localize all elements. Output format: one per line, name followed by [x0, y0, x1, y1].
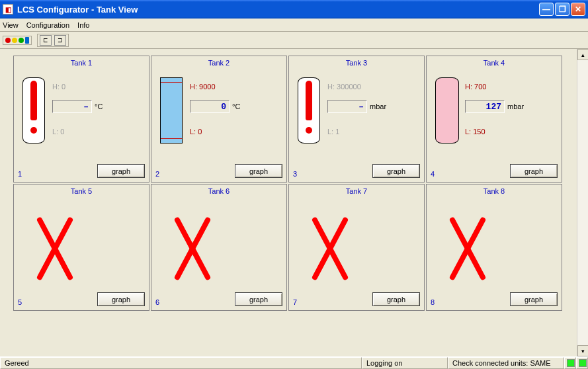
close-button[interactable]: ✕: [571, 3, 585, 16]
graph-button[interactable]: graph: [510, 164, 558, 178]
tank-cell: Tank 55graph: [13, 184, 149, 311]
lo-reading: L: 0: [52, 128, 144, 136]
value-readout: 0: [190, 100, 230, 113]
hi-reading: H: 0: [52, 83, 144, 91]
lo-reading: L: 150: [465, 128, 556, 136]
tank-number: 7: [293, 298, 297, 306]
status-right: Check connected units: SAME: [448, 357, 564, 369]
red-dot-icon: [5, 38, 11, 43]
tank-name: Tank 2: [151, 59, 286, 67]
tank-pill-icon: [435, 77, 459, 144]
menu-info[interactable]: Info: [77, 21, 89, 29]
tank-rect-icon: [160, 77, 183, 144]
status-led-1: [564, 357, 576, 369]
scroll-up-button[interactable]: ▴: [577, 49, 588, 60]
status-bar: Gereed Logging on Check connected units:…: [0, 356, 588, 369]
app-icon: ◧: [3, 4, 13, 15]
tank-name: Tank 1: [14, 59, 149, 67]
tank-grid: Tank 1H: 0–°CL: 01graphTank 2H: 90000°CL…: [13, 56, 570, 311]
tank-number: 5: [18, 298, 22, 306]
tank-cell: Tank 66graph: [151, 184, 287, 311]
tank-cell: Tank 2H: 90000°CL: 02graph: [151, 56, 287, 183]
maximize-button[interactable]: ❐: [555, 3, 569, 16]
tank-number: 8: [431, 298, 435, 306]
vertical-scrollbar[interactable]: ▴ ▾: [577, 49, 588, 356]
tank-visual: [433, 71, 460, 150]
graph-button[interactable]: graph: [372, 164, 420, 178]
hi-reading: H: 9000: [190, 83, 281, 91]
green-dot-icon: [19, 38, 24, 43]
unit-label: mbar: [507, 102, 524, 110]
hi-reading: H: 300000: [327, 83, 419, 91]
minimize-button[interactable]: —: [539, 3, 554, 16]
tank-visual: [296, 71, 322, 150]
tank-visual: [158, 71, 185, 150]
value-readout: –: [52, 100, 92, 113]
blue-bar-icon: [25, 37, 29, 44]
toolbar-layout-group: ⊏ ⊐: [37, 34, 69, 47]
graph-button[interactable]: graph: [235, 164, 282, 178]
exclamation-icon: [305, 81, 313, 134]
value-readout: –: [327, 100, 367, 113]
tank-number: 1: [18, 170, 22, 178]
graph-button[interactable]: graph: [97, 164, 145, 178]
tank-body: H: 700127mbarL: 150: [427, 67, 562, 161]
window-controls: — ❐ ✕: [539, 3, 585, 16]
tank-number: 2: [155, 170, 159, 178]
tank-name: Tank 7: [289, 187, 424, 195]
tank-cell: Tank 3H: 300000–mbarL: 13graph: [288, 56, 425, 183]
tank-number: 4: [431, 170, 435, 178]
tank-cell: Tank 77graph: [288, 184, 425, 311]
menu-bar: View Configuration Info: [0, 19, 588, 32]
status-left: Gereed: [0, 357, 362, 369]
graph-button[interactable]: graph: [97, 292, 145, 306]
graph-button[interactable]: graph: [235, 292, 282, 306]
toolbar: ⊏ ⊐: [0, 32, 588, 49]
lo-reading: L: 1: [327, 128, 419, 136]
tank-name: Tank 8: [427, 187, 562, 195]
tank-number: 6: [155, 298, 159, 306]
tank-name: Tank 6: [151, 187, 286, 195]
layout-button-1[interactable]: ⊏: [40, 35, 52, 46]
scroll-down-button[interactable]: ▾: [577, 345, 588, 356]
inactive-x-icon: [34, 218, 73, 277]
yellow-dot-icon: [12, 38, 17, 43]
toolbar-colors-button[interactable]: [3, 36, 32, 45]
tank-name: Tank 3: [289, 59, 424, 67]
tank-body: [151, 195, 286, 290]
tank-name: Tank 5: [14, 187, 149, 195]
inactive-x-icon: [171, 218, 211, 277]
unit-label: °C: [232, 102, 240, 110]
exclamation-icon: [30, 81, 38, 134]
tank-number: 3: [293, 170, 297, 178]
graph-button[interactable]: graph: [372, 292, 420, 306]
unit-label: °C: [95, 102, 103, 110]
inactive-x-icon: [446, 218, 486, 277]
title-bar: ◧ LCS Configurator - Tank View — ❐ ✕: [0, 0, 588, 19]
tank-cell: Tank 88graph: [426, 184, 562, 311]
tank-body: H: 300000–mbarL: 1: [289, 67, 424, 161]
status-led-2: [576, 357, 588, 369]
tank-name: Tank 4: [427, 59, 562, 67]
unit-label: mbar: [370, 102, 386, 110]
scroll-area: Tank 1H: 0–°CL: 01graphTank 2H: 90000°CL…: [0, 49, 577, 356]
inactive-x-icon: [309, 218, 349, 277]
tank-body: [289, 195, 424, 290]
tank-cell: Tank 4H: 700127mbarL: 1504graph: [426, 56, 562, 183]
tank-body: H: 90000°CL: 0: [151, 67, 286, 161]
tank-body: [14, 195, 149, 290]
status-middle: Logging on: [362, 357, 448, 369]
hi-reading: H: 700: [465, 83, 556, 91]
tank-visual: [21, 71, 47, 150]
window-title: LCS Configurator - Tank View: [17, 5, 539, 15]
value-readout: 127: [465, 100, 505, 113]
layout-button-2[interactable]: ⊐: [54, 35, 66, 46]
menu-view[interactable]: View: [3, 21, 19, 29]
tank-cell: Tank 1H: 0–°CL: 01graph: [13, 56, 149, 183]
client-area: Tank 1H: 0–°CL: 01graphTank 2H: 90000°CL…: [0, 49, 588, 356]
tank-body: [427, 195, 562, 290]
graph-button[interactable]: graph: [510, 292, 558, 306]
menu-configuration[interactable]: Configuration: [26, 21, 69, 29]
lo-reading: L: 0: [190, 128, 281, 136]
tank-body: H: 0–°CL: 0: [14, 67, 149, 161]
